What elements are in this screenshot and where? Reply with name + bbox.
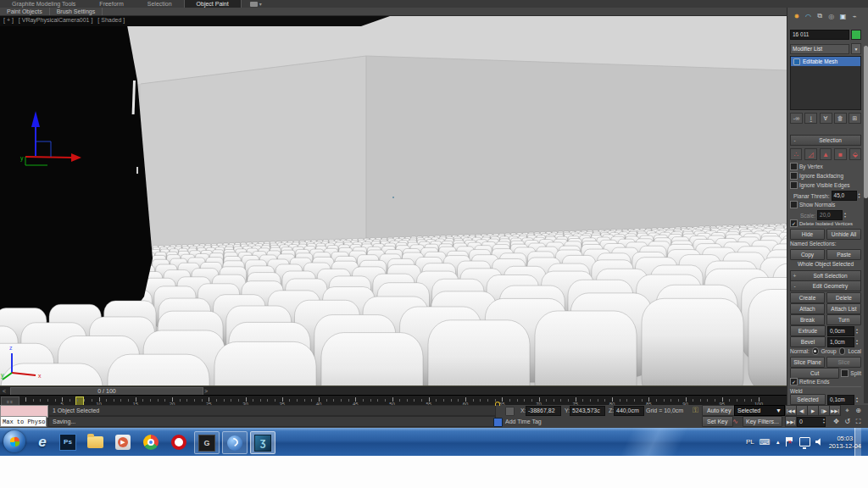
turn-button[interactable]: Turn (826, 314, 861, 325)
language-indicator[interactable]: PL (746, 438, 754, 446)
extrude-field[interactable]: 0,0cm (827, 326, 854, 336)
configure-modifier-icon[interactable]: ⊞ (849, 113, 861, 124)
bevel-field[interactable]: 1,0cm (827, 337, 854, 347)
selection-rollout-header[interactable]: - Selection (790, 135, 861, 146)
hierarchy-tab-icon[interactable]: ⧉ (815, 11, 825, 21)
viewport-pov-menu[interactable]: [ VRayPhysicalCamera001 ] (19, 17, 93, 23)
start-button[interactable] (3, 430, 25, 452)
display-tab-icon[interactable]: ▣ (838, 11, 849, 21)
create-tab-icon[interactable]: ✸ (792, 11, 802, 21)
ribbon-tab-graphite[interactable]: Graphite Modeling Tools (0, 0, 87, 8)
taskbar-chrome[interactable] (139, 431, 163, 452)
set-keys-icon[interactable]: ∿ (732, 418, 738, 425)
planar-thresh-field[interactable]: 45,0 (832, 191, 857, 201)
spinner-icon[interactable]: ▴▾ (823, 418, 828, 424)
taskbar-gom-app[interactable]: G (194, 431, 220, 454)
attach-button[interactable]: Attach (790, 303, 825, 314)
delete-button[interactable]: Delete (826, 292, 861, 303)
bevel-button[interactable]: Bevel (790, 336, 826, 347)
edit-geometry-rollout-header[interactable]: - Edit Geometry (790, 280, 861, 291)
spinner-icon[interactable]: ▴▾ (856, 339, 861, 346)
show-hidden-icons-arrow[interactable]: ▲ (776, 440, 781, 445)
normal-local-radio[interactable] (839, 347, 846, 355)
next-frame-button[interactable]: ||▶ (818, 405, 830, 416)
panel-scrollbar[interactable] (864, 46, 868, 403)
taskbar-media-player[interactable]: ▶ (111, 431, 135, 452)
spinner-icon[interactable]: ▴▾ (856, 328, 861, 335)
speaker-icon[interactable] (815, 438, 824, 446)
attach-list-button[interactable]: Attach List (826, 303, 861, 314)
break-button[interactable]: Break (790, 314, 825, 325)
ribbon-tab-object-paint[interactable]: Object Paint (184, 0, 242, 8)
key-filters-button[interactable]: Key Filters... (743, 416, 782, 427)
action-center-flag-icon[interactable] (786, 437, 794, 446)
make-unique-icon[interactable]: ∀ (820, 113, 832, 124)
unhide-all-button[interactable]: Unhide All (826, 229, 861, 240)
extrude-button[interactable]: Extrude (790, 325, 826, 336)
copy-button[interactable]: Copy (790, 249, 825, 260)
play-button[interactable]: ▶ (807, 405, 819, 416)
spinner-icon[interactable]: ▴▾ (856, 396, 861, 403)
zoom-icon[interactable]: ⌖ (842, 406, 853, 415)
show-normals-checkbox[interactable] (790, 201, 798, 208)
weld-threshold-field[interactable]: 0,1cm (827, 395, 854, 405)
show-end-result-icon[interactable]: ḭ (804, 113, 817, 124)
taskbar-explorer[interactable] (83, 431, 107, 452)
taskbar-swirl-app[interactable] (222, 431, 248, 454)
prev-frame-arrow[interactable]: < (3, 387, 6, 395)
taskbar-photoshop[interactable]: Ps (56, 431, 80, 452)
y-coordinate-field[interactable]: 5243,573c (570, 406, 605, 416)
taskbar-opera[interactable] (167, 431, 191, 452)
viewport-general-menu[interactable]: [ + ] (3, 17, 14, 23)
previous-frame-button[interactable]: ◀| (796, 405, 808, 416)
ribbon-panel-brush-settings[interactable]: Brush Settings (50, 8, 103, 15)
chevron-down-icon[interactable]: ▼ (851, 43, 861, 54)
keyboard-icon[interactable]: ⌨ (760, 438, 771, 446)
go-to-start-button[interactable]: |◀◀ (785, 405, 797, 416)
refine-ends-checkbox[interactable]: ✓ (790, 378, 798, 385)
polygon-subobject-icon[interactable]: ■ (834, 148, 846, 160)
ignore-visible-edges-checkbox[interactable] (790, 181, 798, 189)
modifier-stack[interactable]: Editable Mesh (790, 56, 861, 110)
delete-isolated-checkbox[interactable]: ✓ (790, 219, 798, 227)
absolute-mode-icon[interactable] (505, 407, 515, 416)
pan-hand-icon[interactable]: ✥ (831, 417, 842, 426)
spinner-icon[interactable]: ▴▾ (859, 192, 861, 199)
modifier-list-dropdown[interactable]: Modifier List (790, 44, 849, 54)
hide-button[interactable]: Hide (790, 229, 825, 240)
pin-stack-icon[interactable]: -∞ (790, 113, 803, 124)
network-icon[interactable] (799, 437, 810, 446)
paste-button[interactable]: Paste (826, 249, 861, 260)
add-time-tag[interactable]: Add Time Tag (505, 419, 542, 424)
face-subobject-icon[interactable]: ▲ (820, 148, 832, 160)
ribbon-tab-freeform[interactable]: Freeform (87, 0, 135, 8)
next-frame-arrow[interactable]: > (204, 387, 208, 395)
maximize-viewport-icon[interactable]: ⛶ (853, 417, 864, 426)
taskbar-internet-explorer[interactable]: e (31, 431, 54, 452)
orbit-icon[interactable]: ↺ (842, 417, 853, 426)
ignore-backfacing-checkbox[interactable] (790, 172, 798, 180)
zoom-extents-icon[interactable]: ⊕ (853, 406, 864, 415)
slice-plane-button[interactable]: Slice Plane (790, 357, 825, 368)
viewport-shading-menu[interactable]: [ Shaded ] (97, 17, 125, 23)
set-key-button[interactable]: Set Key (702, 416, 733, 427)
auto-key-button[interactable]: Auto Key (702, 405, 736, 416)
element-subobject-icon[interactable]: ⬙ (849, 148, 861, 160)
taskbar-3dsmax[interactable]: Ʒ (250, 431, 275, 454)
remove-modifier-icon[interactable]: 🗑 (834, 113, 847, 124)
by-vertex-checkbox[interactable] (790, 163, 798, 170)
object-name-field[interactable]: 16 011 (790, 30, 849, 40)
current-frame-field[interactable]: 0 (797, 417, 826, 427)
object-color-swatch[interactable] (851, 30, 861, 40)
ribbon-tab-selection[interactable]: Selection (136, 0, 184, 8)
create-button[interactable]: Create (790, 292, 825, 303)
viewport[interactable]: y z x y [ + ] [ VRayPhysicalCamera001 ] … (0, 16, 787, 385)
go-to-end-button[interactable]: ▶▶| (829, 405, 841, 416)
vertex-subobject-icon[interactable]: ∴ (790, 148, 802, 160)
selection-set-dropdown[interactable]: Selected▼ (734, 405, 785, 416)
edge-subobject-icon[interactable]: ◿ (804, 148, 816, 160)
scrollbar-thumb[interactable] (864, 46, 868, 198)
slice-button[interactable]: Slice (826, 357, 861, 368)
modify-tab-icon[interactable]: ◠ (804, 11, 814, 21)
modifier-stack-item[interactable]: Editable Mesh (791, 57, 860, 66)
